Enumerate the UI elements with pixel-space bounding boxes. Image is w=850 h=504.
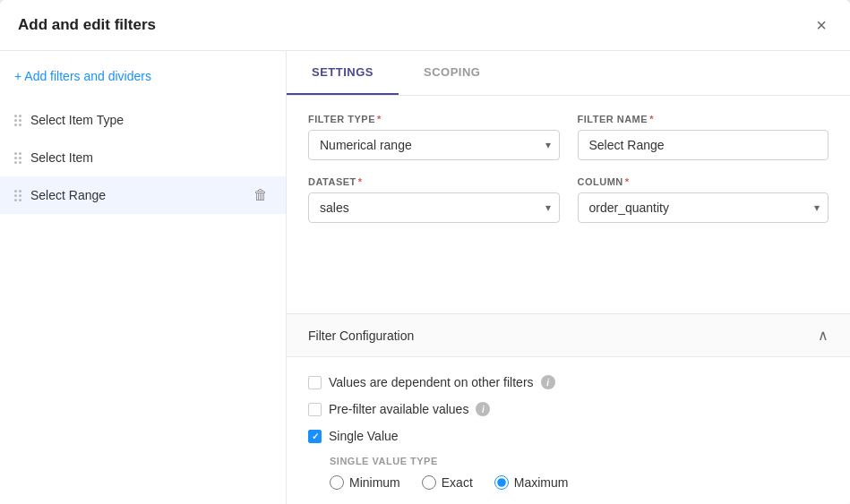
- drag-dots: [14, 152, 21, 164]
- tab-settings[interactable]: SETTINGS: [287, 51, 399, 95]
- radio-group: Minimum Exact Maximum: [330, 475, 829, 490]
- sidebar-item-label: Select Item Type: [30, 113, 241, 127]
- modal-header: Add and edit filters ×: [0, 0, 850, 51]
- dataset-label: DATASET*: [308, 176, 560, 187]
- drag-dot: [14, 115, 17, 117]
- drag-dot: [14, 157, 17, 159]
- form-row-dataset-column: DATASET* sales orders customers ▾: [308, 176, 829, 223]
- sidebar-item-select-item[interactable]: Select Item 🗑: [0, 139, 286, 176]
- radio-exact[interactable]: [422, 475, 436, 490]
- delete-item-button[interactable]: 🗑: [250, 185, 271, 205]
- required-star: *: [625, 176, 630, 187]
- checkbox-row-dependent: Values are dependent on other filters i: [308, 375, 829, 389]
- drag-dots: [14, 115, 21, 126]
- sidebar-list: Select Item Type 🗑 Sele: [0, 101, 286, 214]
- right-panel: SETTINGS SCOPING FILTER TYPE* Numerical …: [287, 51, 850, 504]
- dataset-select[interactable]: sales orders customers: [308, 192, 560, 223]
- tabs: SETTINGS SCOPING: [287, 51, 850, 96]
- single-value-type-section: SINGLE VALUE TYPE Minimum Exact Maxim: [308, 456, 829, 490]
- modal-title: Add and edit filters: [18, 16, 156, 34]
- form-group-filter-type: FILTER TYPE* Numerical range Date range …: [308, 114, 560, 160]
- drag-dot: [14, 119, 17, 122]
- radio-minimum-label: Minimum: [349, 475, 400, 490]
- radio-option-maximum[interactable]: Maximum: [494, 475, 569, 490]
- sidebar: + Add filters and dividers Select I: [0, 51, 287, 504]
- radio-minimum[interactable]: [330, 475, 344, 490]
- filter-name-input[interactable]: [578, 130, 829, 160]
- single-value-label: Single Value: [329, 429, 399, 443]
- modal: Add and edit filters × + Add filters and…: [0, 0, 850, 504]
- filter-config-label: Filter Configuration: [308, 329, 414, 343]
- drag-dot: [19, 199, 21, 201]
- info-icon-dependent[interactable]: i: [541, 375, 555, 389]
- tab-scoping[interactable]: SCOPING: [399, 51, 505, 95]
- drag-dot: [19, 194, 21, 197]
- required-star: *: [649, 114, 654, 124]
- column-label: COLUMN*: [578, 176, 829, 187]
- filter-name-label: FILTER NAME*: [578, 114, 829, 124]
- radio-maximum[interactable]: [494, 475, 509, 490]
- info-icon-prefilter[interactable]: i: [476, 402, 490, 416]
- filter-config-section-header[interactable]: Filter Configuration ∧: [287, 313, 850, 357]
- drag-handle: [14, 152, 21, 164]
- sidebar-item-label: Select Range: [30, 188, 241, 202]
- drag-dots: [14, 190, 21, 201]
- radio-maximum-label: Maximum: [514, 475, 569, 490]
- drag-dot: [14, 152, 17, 155]
- chevron-up-icon: ∧: [818, 327, 829, 344]
- drag-dot: [19, 115, 21, 117]
- modal-body: + Add filters and dividers Select I: [0, 51, 850, 504]
- tab-content-settings: FILTER TYPE* Numerical range Date range …: [287, 96, 850, 313]
- filter-config-content: Values are dependent on other filters i …: [287, 357, 850, 504]
- radio-exact-label: Exact: [442, 475, 473, 490]
- drag-dot: [14, 194, 17, 197]
- sidebar-item-select-item-type[interactable]: Select Item Type 🗑: [0, 101, 286, 139]
- drag-handle: [14, 115, 21, 126]
- drag-dot: [14, 161, 17, 164]
- prefilter-checkbox[interactable]: [308, 403, 322, 416]
- sidebar-item-label: Select Item: [30, 150, 241, 165]
- form-group-dataset: DATASET* sales orders customers ▾: [308, 176, 560, 223]
- column-select-wrapper: order_quantity price discount ▾: [578, 192, 829, 223]
- form-group-filter-name: FILTER NAME*: [578, 114, 829, 160]
- filter-type-select[interactable]: Numerical range Date range Text Boolean: [308, 130, 560, 160]
- drag-dot: [14, 199, 17, 201]
- drag-dot: [19, 119, 21, 122]
- dependent-filters-checkbox[interactable]: [308, 376, 322, 389]
- drag-dot: [14, 190, 17, 192]
- radio-option-minimum[interactable]: Minimum: [330, 475, 400, 490]
- form-row-filter-type-name: FILTER TYPE* Numerical range Date range …: [308, 114, 829, 160]
- drag-dot: [14, 124, 17, 126]
- drag-dot: [19, 161, 21, 164]
- filter-type-label: FILTER TYPE*: [308, 114, 560, 124]
- drag-dot: [19, 124, 21, 126]
- drag-dot: [19, 190, 21, 192]
- single-value-checkbox[interactable]: [308, 430, 322, 443]
- checkbox-row-single-value: Single Value: [308, 429, 829, 443]
- drag-handle: [14, 190, 21, 201]
- column-select[interactable]: order_quantity price discount: [578, 192, 829, 223]
- single-value-type-label: SINGLE VALUE TYPE: [330, 456, 829, 466]
- drag-dot: [19, 157, 21, 159]
- required-star: *: [358, 176, 363, 187]
- form-group-column: COLUMN* order_quantity price discount ▾: [578, 176, 829, 223]
- checkbox-row-prefilter: Pre-filter available values i: [308, 402, 829, 416]
- radio-option-exact[interactable]: Exact: [422, 475, 473, 490]
- required-star: *: [377, 114, 382, 124]
- close-button[interactable]: ×: [811, 14, 832, 36]
- add-filters-button[interactable]: + Add filters and dividers: [0, 65, 166, 94]
- filter-type-select-wrapper: Numerical range Date range Text Boolean …: [308, 130, 560, 160]
- dependent-filters-label: Values are dependent on other filters: [329, 375, 534, 389]
- prefilter-label: Pre-filter available values: [329, 402, 468, 416]
- dataset-select-wrapper: sales orders customers ▾: [308, 192, 560, 223]
- sidebar-item-select-range[interactable]: Select Range 🗑: [0, 176, 286, 214]
- drag-dot: [19, 152, 21, 155]
